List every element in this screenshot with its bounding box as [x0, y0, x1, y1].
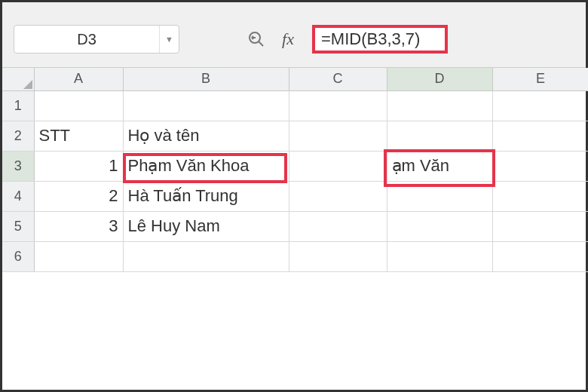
svg-line-4 — [252, 38, 253, 39]
cell-A4[interactable]: 2 — [34, 181, 123, 211]
column-header-B[interactable]: B — [123, 68, 289, 90]
column-header-C[interactable]: C — [289, 68, 387, 90]
table-row: 3 1 Phạm Văn Khoa ạm Văn — [2, 151, 588, 181]
formula-text: =MID(B3,3,7) — [321, 29, 420, 48]
cell-D5[interactable] — [387, 211, 492, 241]
row-header-1[interactable]: 1 — [2, 90, 34, 121]
cell-C4[interactable] — [289, 181, 387, 211]
cell-A3[interactable]: 1 — [34, 151, 123, 181]
table-row: 1 — [2, 90, 588, 121]
name-box-value: D3 — [14, 31, 159, 48]
cell-C1[interactable] — [289, 90, 387, 121]
cell-E4[interactable] — [492, 181, 588, 211]
cell-D6[interactable] — [387, 241, 492, 271]
cell-C5[interactable] — [289, 211, 387, 241]
cell-E3[interactable] — [492, 151, 588, 181]
cell-C3[interactable] — [289, 151, 387, 181]
cell-A2[interactable]: STT — [34, 121, 123, 151]
column-header-A[interactable]: A — [34, 68, 123, 90]
search-icon[interactable] — [246, 29, 267, 50]
column-header-E[interactable]: E — [492, 68, 588, 90]
cell-A6[interactable] — [34, 241, 123, 271]
cell-D2[interactable] — [387, 121, 492, 151]
spreadsheet-grid[interactable]: A B C D E 1 2 STT Họ và tên — [2, 68, 586, 272]
cell-C2[interactable] — [289, 121, 387, 151]
cell-E1[interactable] — [492, 90, 588, 121]
cell-B3[interactable]: Phạm Văn Khoa — [123, 151, 289, 181]
cell-E5[interactable] — [492, 211, 588, 241]
table-row: 6 — [2, 241, 588, 271]
svg-line-1 — [259, 41, 263, 46]
cell-D3[interactable]: ạm Văn — [387, 151, 492, 181]
table-row: 5 3 Lê Huy Nam — [2, 211, 588, 241]
row-header-3[interactable]: 3 — [2, 151, 34, 181]
cell-B6[interactable] — [123, 241, 289, 271]
cell-D4[interactable] — [387, 181, 492, 211]
row-header-5[interactable]: 5 — [2, 211, 34, 241]
cell-B5[interactable]: Lê Huy Nam — [123, 211, 289, 241]
row-header-4[interactable]: 4 — [2, 181, 34, 211]
table-row: 4 2 Hà Tuấn Trung — [2, 181, 588, 211]
formula-bar: D3 ▼ fx =MID(B3,3,7) — [2, 2, 586, 68]
cell-C6[interactable] — [289, 241, 387, 271]
select-all-corner[interactable] — [2, 68, 34, 90]
table-row: 2 STT Họ và tên — [2, 121, 588, 151]
fx-icon[interactable]: fx — [277, 29, 299, 50]
row-header-2[interactable]: 2 — [2, 121, 34, 151]
name-box[interactable]: D3 ▼ — [14, 25, 179, 54]
row-header-6[interactable]: 6 — [2, 241, 34, 271]
formula-input[interactable]: =MID(B3,3,7) — [312, 25, 448, 54]
cell-D1[interactable] — [387, 90, 492, 121]
cell-E6[interactable] — [492, 241, 588, 271]
cell-A1[interactable] — [34, 90, 123, 121]
cell-B4[interactable]: Hà Tuấn Trung — [123, 181, 289, 211]
column-header-D[interactable]: D — [387, 68, 492, 90]
cell-E2[interactable] — [492, 121, 588, 151]
chevron-down-icon[interactable]: ▼ — [159, 26, 179, 53]
cell-A5[interactable]: 3 — [34, 211, 123, 241]
cell-B2[interactable]: Họ và tên — [123, 121, 289, 151]
cell-B1[interactable] — [123, 90, 289, 121]
